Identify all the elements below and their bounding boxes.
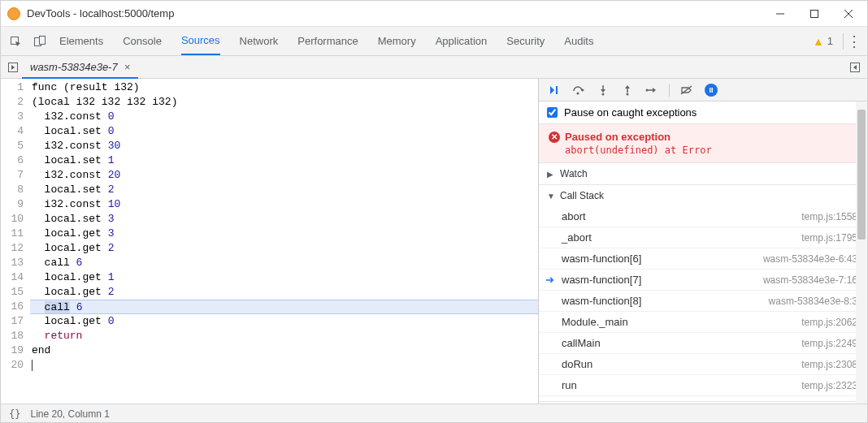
code-line[interactable]: return [30, 329, 538, 343]
debugger-pane: II Pause on caught exceptions ✕ Paused o… [539, 79, 867, 404]
code-line[interactable]: i32.const 30 [30, 139, 538, 153]
warning-count: 1 [827, 35, 833, 47]
code-line[interactable]: i32.const 10 [30, 197, 538, 212]
code-line[interactable]: i32.const 0 [30, 110, 538, 124]
window-title: DevTools - localhost:5000/temp [27, 7, 768, 19]
scrollbar[interactable] [856, 101, 867, 404]
inspect-icon[interactable] [7, 33, 24, 50]
brackets-icon[interactable]: {} [9, 408, 20, 420]
debugger-toggle-icon[interactable] [846, 58, 864, 76]
tab-application[interactable]: Application [436, 27, 488, 55]
tab-network[interactable]: Network [240, 27, 279, 55]
watch-section[interactable]: ▶ Watch [539, 163, 867, 185]
panel-tabs-row: ElementsConsoleSourcesNetworkPerformance… [1, 27, 867, 56]
code-line[interactable]: local.set 0 [30, 124, 538, 139]
more-options-icon[interactable]: ⋮ [843, 33, 859, 50]
svg-point-14 [627, 93, 629, 95]
toolbar-divider [669, 84, 670, 97]
warning-badge[interactable]: ▲ 1 [813, 35, 833, 48]
tab-security[interactable]: Security [506, 27, 545, 55]
close-icon[interactable]: × [124, 61, 131, 73]
stack-function: callMain [562, 337, 801, 349]
svg-point-12 [602, 93, 605, 95]
stack-frame[interactable]: ➔wasm-function[7]wasm-53834e3e-7:16 [539, 270, 867, 291]
file-tab[interactable]: wasm-53834e3e-7 × [22, 57, 138, 79]
stack-frame[interactable]: _aborttemp.js:1795 [539, 227, 867, 248]
code-line[interactable]: local.get 1 [30, 270, 538, 285]
stack-location: temp.js:2249 [801, 338, 857, 349]
tab-elements[interactable]: Elements [59, 27, 103, 55]
step-out-icon[interactable] [620, 83, 635, 97]
tab-sources[interactable]: Sources [181, 27, 220, 55]
stack-frame[interactable]: runCallertemp.js:2224 [539, 396, 867, 401]
deactivate-breakpoints-icon[interactable] [679, 83, 694, 97]
svg-point-16 [646, 88, 649, 91]
stack-function: run [562, 379, 801, 391]
stack-function: doRun [562, 358, 801, 370]
scrollbar-thumb[interactable] [857, 110, 866, 240]
svg-rect-1 [811, 10, 818, 17]
exception-notice: ✕ Paused on exception abort(undefined) a… [539, 124, 867, 163]
code-line[interactable]: i32.const 20 [30, 168, 538, 183]
pause-caught-checkbox-row[interactable]: Pause on caught exceptions [539, 101, 867, 124]
navigator-toggle-icon[interactable] [4, 58, 22, 76]
code-line[interactable]: local.set 3 [30, 212, 538, 227]
stack-function: wasm-function[7] [562, 274, 763, 286]
watch-label: Watch [560, 168, 588, 179]
stack-frame[interactable]: wasm-function[6]wasm-53834e3e-6:43 [539, 248, 867, 270]
stack-frame[interactable]: callMaintemp.js:2249 [539, 333, 867, 354]
tab-memory[interactable]: Memory [378, 27, 416, 55]
stack-frame[interactable]: runtemp.js:2323 [539, 375, 867, 396]
code-line[interactable]: local.set 1 [30, 153, 538, 168]
stack-function: abort [562, 210, 801, 222]
code-line[interactable]: local.set 2 [30, 183, 538, 197]
code-line[interactable]: local.get 3 [30, 227, 538, 241]
code-content[interactable]: func (result i32)(local i32 i32 i32 i32)… [30, 79, 538, 404]
stack-frame[interactable]: Module._maintemp.js:2062 [539, 312, 867, 333]
stack-location: temp.js:2308 [801, 359, 857, 370]
tab-audits[interactable]: Audits [564, 27, 593, 55]
stack-location: temp.js:1558 [801, 211, 857, 222]
close-button[interactable] [836, 2, 861, 25]
stack-location: temp.js:2062 [801, 317, 857, 328]
code-line[interactable]: local.get 2 [30, 285, 538, 300]
main-area: 1234567891011121314151617181920 func (re… [1, 79, 867, 404]
devtools-icon [7, 7, 20, 20]
code-line[interactable]: (local i32 i32 i32 i32) [30, 95, 538, 110]
resume-icon[interactable] [547, 83, 562, 97]
stack-frame[interactable]: wasm-function[8]wasm-53834e3e-8:3 [539, 291, 867, 312]
stack-function: Module._main [562, 316, 801, 328]
file-tab-label: wasm-53834e3e-7 [30, 61, 118, 73]
code-line[interactable]: end [30, 343, 538, 358]
stack-function: runCaller [562, 400, 801, 401]
maximize-button[interactable] [802, 2, 827, 25]
stack-frame[interactable]: aborttemp.js:1558 [539, 206, 867, 227]
step-icon[interactable] [644, 83, 659, 97]
exception-title: Paused on exception [565, 131, 671, 143]
callstack-section: ▼ Call Stack aborttemp.js:1558_aborttemp… [539, 185, 867, 402]
device-toggle-icon[interactable] [32, 33, 48, 50]
code-line[interactable]: call 6 [30, 300, 538, 314]
stack-frame[interactable]: doRuntemp.js:2308 [539, 354, 867, 375]
status-bar: {} Line 20, Column 1 [1, 404, 867, 423]
svg-rect-9 [556, 86, 558, 94]
code-line[interactable]: func (result i32) [30, 80, 538, 95]
pause-on-exceptions-icon[interactable]: II [704, 83, 718, 97]
code-line[interactable]: local.get 2 [30, 241, 538, 256]
code-line[interactable]: local.get 0 [30, 314, 538, 329]
code-line[interactable]: call 6 [30, 256, 538, 270]
stack-location: temp.js:2224 [801, 401, 857, 402]
exception-detail: abort(undefined) at Error [565, 145, 851, 156]
tab-performance[interactable]: Performance [297, 27, 358, 55]
pause-caught-checkbox[interactable] [547, 107, 558, 118]
code-editor[interactable]: 1234567891011121314151617181920 func (re… [1, 79, 539, 404]
callstack-header[interactable]: ▼ Call Stack [539, 185, 867, 206]
minimize-button[interactable] [768, 2, 792, 25]
chevron-right-icon: ▶ [547, 170, 555, 179]
step-into-icon[interactable] [596, 83, 610, 97]
stack-location: temp.js:1795 [801, 232, 857, 244]
tab-console[interactable]: Console [123, 27, 162, 55]
step-over-icon[interactable] [571, 83, 586, 97]
stack-location: wasm-53834e3e-8:3 [769, 296, 857, 307]
code-line[interactable] [30, 358, 538, 373]
